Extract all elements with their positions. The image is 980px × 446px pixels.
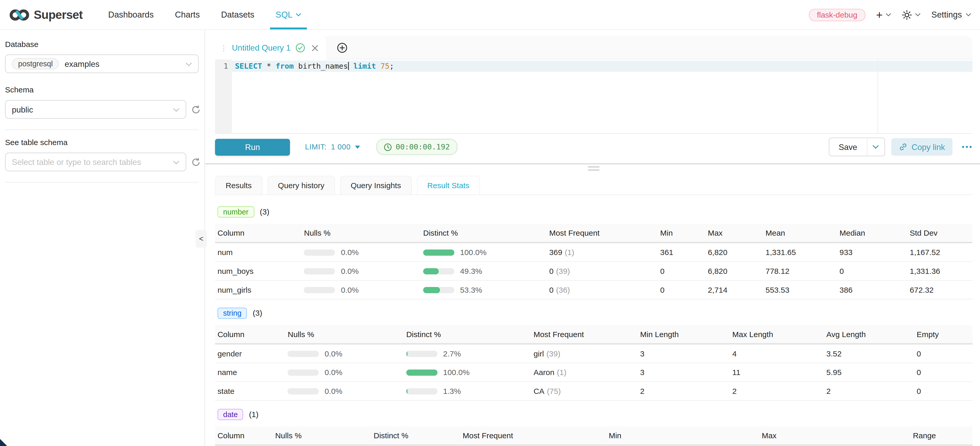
more-menu-button[interactable] (961, 145, 972, 149)
editor-code-area[interactable]: SELECT * from birth_names limit 75; (232, 59, 972, 133)
drag-handle-icon[interactable]: ⋮ (220, 44, 227, 52)
most-frequent-value: 0 (549, 285, 554, 294)
chevron-down-icon (173, 105, 179, 114)
query-tab[interactable]: ⋮ Untitled Query 1 (215, 36, 326, 59)
environment-tag: flask-debug (809, 8, 866, 21)
nulls-progress-bar (304, 268, 335, 275)
chevron-down-icon (296, 13, 301, 17)
stats-section-number: number(3)ColumnNulls %Distinct %Most Fre… (215, 206, 972, 299)
stat-value-cell: 0 (658, 280, 705, 299)
column-header[interactable]: Column (215, 325, 285, 344)
results-tab-results[interactable]: Results (215, 176, 262, 194)
code-token (349, 62, 353, 71)
column-header[interactable]: Std Dev (907, 224, 972, 243)
refresh-schemas-button[interactable] (191, 105, 200, 114)
pane-resize-handle[interactable] (588, 166, 600, 172)
column-header[interactable]: Median (837, 224, 907, 243)
limit-dropdown[interactable]: LIMIT: 1 000 (305, 142, 360, 151)
new-query-tab-button[interactable] (337, 42, 347, 53)
most-frequent-value: 369 (549, 248, 562, 256)
type-tag[interactable]: string (218, 307, 247, 319)
results-tab-query-insights[interactable]: Query Insights (340, 176, 412, 194)
nav-item-charts[interactable]: Charts (164, 0, 210, 29)
sql-editor[interactable]: 1 SELECT * from birth_names limit 75; (215, 59, 972, 134)
stat-value-cell: 0 (837, 262, 907, 280)
column-header[interactable]: Min (658, 224, 705, 243)
type-tag[interactable]: number (218, 206, 254, 218)
type-tag[interactable]: date (218, 409, 243, 420)
column-header[interactable]: Nulls % (285, 325, 404, 344)
nulls-progress-bar (304, 250, 335, 256)
distinct-progress-bar (406, 389, 438, 395)
nav-item-datasets[interactable]: Datasets (210, 0, 265, 29)
stat-value-cell: 553.53 (763, 280, 837, 299)
column-header[interactable]: Min Length (638, 325, 730, 344)
sqllab-main-panel: ⋮ Untitled Query 1 (205, 30, 980, 446)
most-frequent-value: CA (534, 387, 544, 395)
nulls-cell: 0.0% (302, 243, 421, 262)
column-name-cell: state (215, 382, 285, 401)
distinct-progress-bar (406, 370, 438, 376)
nulls-cell: 0.0% (285, 363, 404, 382)
refresh-icon (191, 157, 200, 166)
stats-section-string: string(3)ColumnNulls %Distinct %Most Fre… (215, 307, 972, 401)
editor-toolbar: Run LIMIT: 1 000 00:00:00.192 Save (215, 134, 972, 160)
column-header[interactable]: Nulls % (273, 426, 371, 445)
column-header[interactable]: Most Frequent (531, 325, 638, 344)
copy-link-button[interactable]: Copy link (891, 138, 953, 156)
column-header[interactable]: Range (910, 426, 972, 445)
nav-item-sql[interactable]: SQL (265, 0, 312, 29)
column-header[interactable]: Distinct % (404, 325, 531, 344)
column-name-cell: num_boys (215, 262, 301, 280)
copy-link-label: Copy link (912, 142, 945, 151)
nav-item-dashboards[interactable]: Dashboards (97, 0, 164, 29)
column-header[interactable]: Distinct % (371, 426, 460, 445)
navbar-right: flask-debug + Settings (809, 0, 972, 29)
chevron-down-icon (915, 13, 921, 17)
settings-menu[interactable]: Settings (931, 10, 971, 19)
column-header[interactable]: Max (759, 426, 911, 445)
column-header[interactable]: Most Frequent (460, 426, 606, 445)
column-header[interactable]: Column (215, 224, 301, 243)
save-button[interactable]: Save (829, 138, 867, 156)
refresh-tables-button[interactable] (191, 157, 200, 166)
schema-select[interactable]: public (5, 100, 186, 119)
distinct-cell: 100.0% (404, 363, 531, 382)
run-query-button[interactable]: Run (215, 139, 290, 155)
code-token: * (267, 62, 271, 71)
theme-toggle-button[interactable] (902, 10, 921, 20)
superset-logo[interactable]: Superset (9, 0, 83, 29)
settings-label: Settings (931, 10, 962, 19)
close-tab-icon[interactable] (312, 45, 318, 51)
nulls-progress-bar (288, 370, 319, 376)
column-header[interactable]: Max (705, 224, 763, 243)
code-token (262, 62, 267, 71)
database-select[interactable]: postgresql examples (5, 54, 199, 73)
column-header[interactable]: Max Length (730, 325, 824, 344)
stat-value-cell: 3 (638, 363, 730, 382)
nav-menu: DashboardsChartsDatasetsSQL (97, 0, 312, 29)
ellipsis-icon (961, 145, 972, 149)
distinct-pct-label: 100.0% (443, 368, 469, 377)
column-header[interactable]: Min (606, 426, 759, 445)
column-header[interactable]: Most Frequent (547, 224, 658, 243)
new-item-button[interactable]: + (876, 9, 891, 21)
timer-value: 00:00:00.192 (396, 142, 450, 151)
column-header[interactable]: Nulls % (302, 224, 421, 243)
column-header[interactable]: Distinct % (421, 224, 547, 243)
column-header[interactable]: Column (215, 426, 273, 445)
table-select[interactable]: Select table or type to search tables (5, 153, 186, 171)
column-header[interactable]: Avg Length (824, 325, 914, 344)
results-tab-result-stats[interactable]: Result Stats (417, 176, 480, 194)
section-header: date(1) (218, 409, 972, 420)
collapse-sidebar-button[interactable]: < (196, 230, 207, 247)
column-header[interactable]: Mean (763, 224, 837, 243)
plus-circle-icon (337, 42, 347, 53)
stat-value-cell: 3 (638, 344, 730, 363)
column-stats-table: ColumnNulls %Distinct %Most FrequentMinM… (215, 224, 972, 299)
save-options-button[interactable] (867, 138, 884, 156)
chevron-down-icon (886, 13, 891, 17)
results-tab-query-history[interactable]: Query history (267, 176, 335, 194)
column-header[interactable]: Empty (914, 325, 972, 344)
stat-value-cell: 1,331.36 (907, 262, 972, 280)
